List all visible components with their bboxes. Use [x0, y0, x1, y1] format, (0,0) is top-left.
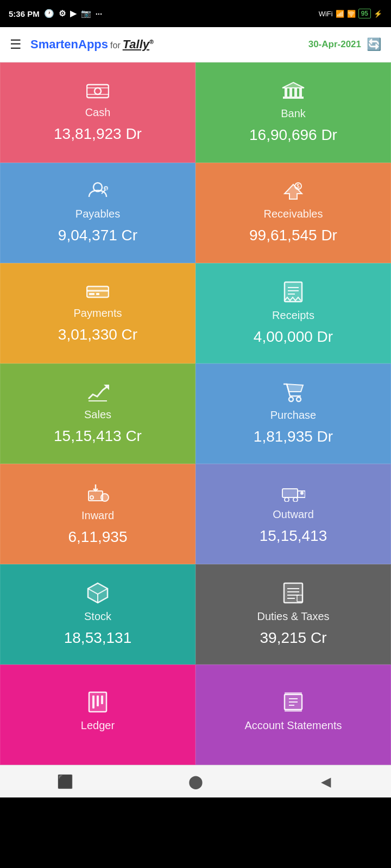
- svg-rect-15: [87, 286, 109, 297]
- outward-label: Outward: [273, 508, 314, 521]
- refresh-button[interactable]: 🔄: [367, 37, 381, 52]
- svg-text:$: $: [105, 186, 108, 191]
- svg-point-25: [289, 397, 293, 401]
- outward-value: 15,15,413: [260, 527, 327, 545]
- purchase-value: 1,81,935 Dr: [254, 428, 333, 445]
- battery-indicator: 95: [358, 9, 371, 18]
- svg-rect-35: [284, 583, 302, 603]
- svg-rect-43: [97, 695, 99, 706]
- card-duties[interactable]: Duties & Taxes39,215 Cr: [195, 564, 391, 665]
- svg-rect-18: [96, 293, 99, 295]
- svg-rect-47: [285, 710, 302, 712]
- svg-point-26: [297, 397, 301, 401]
- cash-value: 13,81,923 Dr: [54, 125, 142, 143]
- signal-icon: 📶: [336, 10, 344, 18]
- ledger-icon: [87, 691, 109, 715]
- payments-label: Payments: [74, 307, 122, 320]
- bank-icon: [282, 81, 305, 103]
- card-receipts[interactable]: Receipts4,00,000 Dr: [195, 263, 391, 363]
- payments-icon: [86, 283, 109, 303]
- brand-name: SmartenAppsforTally®: [30, 37, 154, 52]
- receivables-value: 99,61,545 Dr: [249, 227, 337, 244]
- menu-button[interactable]: ☰: [10, 37, 22, 52]
- inward-icon: [86, 482, 109, 505]
- card-ledger[interactable]: Ledger: [0, 665, 195, 765]
- svg-rect-5: [285, 88, 287, 97]
- svg-rect-7: [294, 88, 297, 97]
- bottom-navigation: ⬛ ⬤ ◀: [0, 765, 391, 797]
- home-button[interactable]: ⬤: [179, 771, 212, 793]
- time-display: 5:36 PM: [9, 9, 40, 18]
- svg-rect-30: [282, 489, 298, 497]
- cash-icon: [86, 82, 109, 102]
- brand-tally: Tally: [123, 37, 149, 51]
- receipts-value: 4,00,000 Dr: [254, 328, 333, 346]
- receivables-icon: $: [282, 182, 305, 203]
- outward-icon: [281, 483, 305, 504]
- card-payables[interactable]: $Payables9,04,371 Cr: [0, 163, 195, 263]
- svg-rect-0: [87, 85, 109, 98]
- payables-value: 9,04,371 Cr: [58, 227, 137, 244]
- ledger-label: Ledger: [81, 719, 115, 732]
- svg-rect-8: [299, 88, 302, 97]
- duties-value: 39,215 Cr: [260, 629, 327, 647]
- card-sales[interactable]: Sales15,15,413 Cr: [0, 363, 195, 464]
- stock-label: Stock: [84, 610, 111, 623]
- alarm-icon: 🕐: [44, 9, 54, 18]
- charging-icon: ⚡: [374, 10, 382, 18]
- card-bank[interactable]: Bank16,90,696 Dr: [195, 62, 391, 163]
- svg-text:$: $: [297, 183, 300, 189]
- receipts-label: Receipts: [272, 309, 314, 322]
- card-payments[interactable]: Payments3,01,330 Cr: [0, 263, 195, 363]
- wifi-icon: WiFi: [319, 10, 333, 18]
- bank-label: Bank: [281, 107, 306, 120]
- payables-icon: $: [86, 182, 109, 203]
- account-label: Account Statements: [245, 719, 342, 732]
- receivables-label: Receivables: [264, 208, 323, 220]
- dashboard-grid: Cash13,81,923 DrBank16,90,696 Dr$Payable…: [0, 62, 391, 765]
- sales-icon: [86, 382, 109, 404]
- instagram-icon: 📷: [81, 9, 91, 18]
- bank-value: 16,90,696 Dr: [249, 126, 337, 144]
- header-left: ☰ SmartenAppsforTally®: [10, 37, 154, 52]
- svg-rect-9: [283, 97, 304, 99]
- svg-rect-46: [285, 692, 302, 694]
- stock-value: 18,53,131: [64, 629, 132, 647]
- app-header: ☰ SmartenAppsforTally® 30-Apr-2021 🔄: [0, 27, 391, 62]
- account-icon: [282, 691, 304, 715]
- back-button[interactable]: ◀: [310, 771, 342, 793]
- card-cash[interactable]: Cash13,81,923 Dr: [0, 62, 195, 163]
- svg-point-28: [101, 494, 109, 501]
- status-time: 5:36 PM 🕐 ⚙ ▶ 📷 ···: [9, 9, 102, 18]
- stop-button[interactable]: ⬛: [49, 771, 81, 793]
- card-inward[interactable]: Inward6,11,935: [0, 464, 195, 564]
- date-display: 30-Apr-2021: [308, 39, 361, 50]
- sales-value: 15,15,413 Cr: [54, 427, 142, 445]
- svg-point-31: [285, 497, 289, 502]
- sales-label: Sales: [84, 409, 111, 421]
- inward-value: 6,11,935: [68, 528, 128, 546]
- header-right: 30-Apr-2021 🔄: [308, 37, 381, 52]
- duties-icon: [283, 582, 304, 606]
- card-outward[interactable]: Outward15,15,413: [195, 464, 391, 564]
- settings-icon: ⚙: [59, 9, 66, 18]
- svg-point-32: [293, 497, 298, 502]
- stock-icon: [87, 582, 109, 606]
- duties-label: Duties & Taxes: [257, 610, 329, 623]
- svg-point-33: [300, 492, 304, 495]
- receipts-icon: [283, 281, 304, 305]
- svg-rect-44: [101, 695, 103, 704]
- svg-point-1: [94, 88, 101, 94]
- svg-rect-17: [89, 293, 94, 295]
- svg-marker-4: [282, 82, 304, 88]
- card-purchase[interactable]: Purchase1,81,935 Dr: [195, 363, 391, 464]
- payments-value: 3,01,330 Cr: [58, 326, 137, 343]
- payables-label: Payables: [75, 208, 120, 220]
- svg-rect-6: [289, 88, 292, 97]
- brand-for: for: [110, 41, 121, 50]
- card-receivables[interactable]: $Receivables99,61,545 Dr: [195, 163, 391, 263]
- purchase-label: Purchase: [270, 409, 317, 422]
- card-account[interactable]: Account Statements: [195, 665, 391, 765]
- card-stock[interactable]: Stock18,53,131: [0, 564, 195, 665]
- wifi2-icon: 🛜: [347, 10, 356, 18]
